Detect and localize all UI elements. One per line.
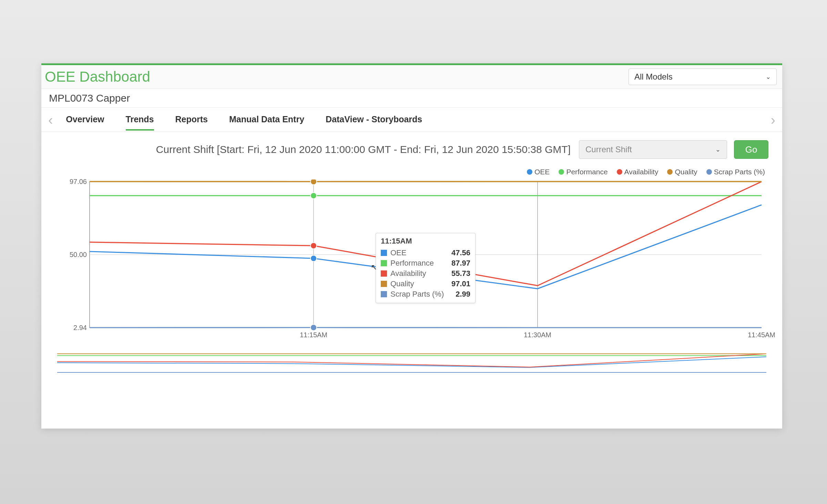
tabs-prev-arrow[interactable]: ‹ bbox=[48, 113, 53, 127]
legend-item-oee[interactable]: OEE bbox=[527, 168, 550, 176]
legend-item-availability[interactable]: Availability bbox=[617, 168, 658, 176]
x-axis-tick: 11:30AM bbox=[524, 331, 551, 339]
go-button[interactable]: Go bbox=[734, 140, 768, 159]
legend-dot-icon bbox=[667, 169, 673, 175]
legend-label: Availability bbox=[624, 168, 658, 176]
legend-label: Performance bbox=[566, 168, 608, 176]
legend-label: Quality bbox=[675, 168, 697, 176]
legend: OEEPerformanceAvailabilityQualityScrap P… bbox=[55, 166, 768, 179]
chart-area: OEEPerformanceAvailabilityQualityScrap P… bbox=[55, 166, 768, 341]
legend-dot-icon bbox=[706, 169, 712, 175]
model-select-value: All Models bbox=[634, 72, 673, 82]
legend-dot-icon bbox=[527, 169, 532, 175]
controls-row: Current Shift [Start: Fri, 12 Jun 2020 1… bbox=[41, 132, 782, 162]
tooltip-time: 11:15AM bbox=[381, 237, 470, 246]
tooltip-row: Scrap Parts (%)2.99 bbox=[381, 289, 470, 299]
tooltip-series-value: 87.97 bbox=[451, 259, 470, 268]
app-frame: OEE Dashboard All Models ⌄ MPL0073 Cappe… bbox=[41, 63, 782, 429]
y-axis-tick: 2.94 bbox=[73, 324, 87, 332]
svg-point-7 bbox=[310, 193, 317, 199]
tab-trends[interactable]: Trends bbox=[126, 109, 154, 131]
tooltip-swatch-icon bbox=[381, 260, 387, 266]
shift-range-label: Current Shift [Start: Fri, 12 Jun 2020 1… bbox=[156, 144, 571, 155]
header: OEE Dashboard All Models ⌄ bbox=[41, 65, 782, 89]
tab-overview[interactable]: Overview bbox=[66, 109, 104, 131]
legend-label: Scrap Parts (%) bbox=[714, 168, 765, 176]
tab-dataview-storyboards[interactable]: DataView - Storyboards bbox=[326, 109, 422, 131]
chevron-down-icon: ⌄ bbox=[766, 73, 771, 81]
tabs-next-arrow[interactable]: › bbox=[770, 113, 776, 127]
legend-dot-icon bbox=[617, 169, 622, 175]
main-chart[interactable]: 11:15AM OEE47.56Performance87.97Availabi… bbox=[55, 179, 768, 341]
chart-tooltip: 11:15AM OEE47.56Performance87.97Availabi… bbox=[376, 233, 476, 303]
chevron-down-icon: ⌄ bbox=[715, 146, 721, 153]
legend-dot-icon bbox=[559, 169, 564, 175]
legend-label: OEE bbox=[534, 168, 550, 176]
shift-select-placeholder: Current Shift bbox=[585, 145, 632, 154]
tooltip-series-name: Performance bbox=[390, 259, 448, 268]
tooltip-row: Quality97.01 bbox=[381, 279, 470, 289]
shift-select[interactable]: Current Shift ⌄ bbox=[579, 140, 727, 159]
svg-point-10 bbox=[310, 325, 317, 331]
legend-item-scrap-parts-[interactable]: Scrap Parts (%) bbox=[706, 168, 765, 176]
tooltip-series-name: Availability bbox=[390, 269, 448, 278]
tabs: OverviewTrendsReportsManual Data EntryDa… bbox=[66, 109, 422, 131]
tooltip-series-value: 55.73 bbox=[451, 269, 470, 278]
tabs-row: ‹ OverviewTrendsReportsManual Data Entry… bbox=[41, 108, 782, 132]
tooltip-series-value: 97.01 bbox=[451, 279, 470, 288]
model-select[interactable]: All Models ⌄ bbox=[629, 69, 777, 85]
svg-point-8 bbox=[310, 243, 317, 249]
tooltip-row: Availability55.73 bbox=[381, 268, 470, 279]
y-axis-tick: 50.00 bbox=[70, 251, 87, 259]
legend-item-performance[interactable]: Performance bbox=[559, 168, 608, 176]
tooltip-swatch-icon bbox=[381, 270, 387, 277]
tooltip-swatch-icon bbox=[381, 291, 387, 297]
tooltip-row: OEE47.56 bbox=[381, 248, 470, 258]
legend-item-quality[interactable]: Quality bbox=[667, 168, 697, 176]
svg-point-6 bbox=[310, 255, 317, 261]
overview-minimap[interactable] bbox=[55, 353, 768, 373]
tooltip-swatch-icon bbox=[381, 281, 387, 287]
asset-name: MPL0073 Capper bbox=[41, 89, 782, 108]
page-title: OEE Dashboard bbox=[45, 69, 150, 85]
tooltip-series-value: 2.99 bbox=[456, 290, 470, 299]
y-axis-tick: 97.06 bbox=[70, 178, 87, 186]
tooltip-row: Performance87.97 bbox=[381, 258, 470, 268]
tooltip-series-name: Scrap Parts (%) bbox=[390, 290, 452, 299]
x-axis-tick: 11:45AM bbox=[748, 331, 775, 339]
tab-reports[interactable]: Reports bbox=[175, 109, 208, 131]
tooltip-swatch-icon bbox=[381, 250, 387, 256]
svg-point-9 bbox=[310, 179, 317, 185]
tooltip-series-value: 47.56 bbox=[451, 248, 470, 257]
tab-manual-data-entry[interactable]: Manual Data Entry bbox=[229, 109, 304, 131]
x-axis-tick: 11:15AM bbox=[300, 331, 327, 339]
tooltip-series-name: OEE bbox=[390, 248, 448, 257]
tooltip-series-name: Quality bbox=[390, 279, 448, 288]
